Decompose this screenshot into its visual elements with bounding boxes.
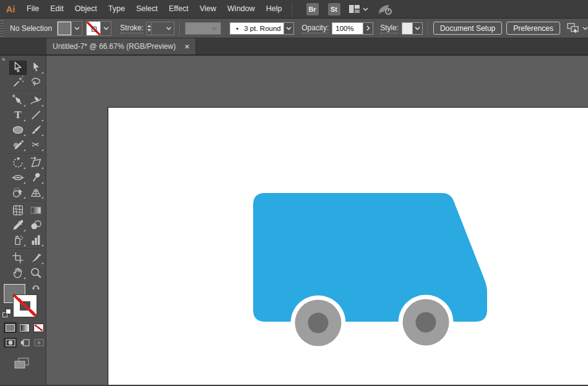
- fill-stroke-cluster: [1, 283, 45, 319]
- opacity-control[interactable]: 100%: [332, 22, 373, 35]
- menu-edit[interactable]: Edit: [45, 0, 69, 18]
- tool-artboard[interactable]: [9, 251, 27, 265]
- tab-close-icon[interactable]: ✕: [184, 43, 189, 50]
- stroke-label[interactable]: Stroke:: [120, 24, 144, 33]
- symbol-sprayer-icon: [11, 233, 25, 247]
- app-logo: Ai: [0, 4, 21, 14]
- menu-file[interactable]: File: [21, 0, 45, 18]
- tool-line-segment[interactable]: [27, 108, 45, 122]
- tool-puppet-warp[interactable]: [27, 171, 45, 185]
- none-diagonal: [14, 295, 37, 317]
- none-button[interactable]: [32, 322, 45, 333]
- draw-normal-button[interactable]: [4, 338, 17, 348]
- bridge-button[interactable]: Br: [306, 3, 319, 15]
- stock-button[interactable]: St: [328, 3, 340, 15]
- menu-help[interactable]: Help: [261, 0, 288, 18]
- tool-rotate[interactable]: [9, 156, 27, 170]
- menu-type[interactable]: Type: [103, 0, 131, 18]
- stroke-color-dropdown[interactable]: [86, 21, 111, 36]
- menu-effect[interactable]: Effect: [163, 0, 194, 18]
- color-button[interactable]: [4, 322, 17, 333]
- tool-perspective-grid[interactable]: [27, 186, 45, 200]
- gradient-button[interactable]: [18, 322, 31, 333]
- tool-direct-selection[interactable]: [27, 61, 45, 75]
- stroke-indicator[interactable]: [14, 295, 37, 317]
- document-setup-button[interactable]: Document Setup: [433, 22, 502, 35]
- width-tool-icon: [11, 171, 25, 184]
- tool-zoom[interactable]: [27, 266, 45, 280]
- stroke-none-swatch[interactable]: [87, 22, 100, 35]
- gpu-performance-icon: [377, 3, 393, 15]
- tool-mesh[interactable]: [9, 204, 27, 218]
- brush-chevron[interactable]: [284, 22, 294, 35]
- selection-preferences-menu[interactable]: [567, 23, 588, 33]
- stroke-weight-stepper[interactable]: [146, 22, 152, 35]
- tool-eyedropper[interactable]: [9, 218, 27, 233]
- chevron-down-icon: [103, 27, 109, 30]
- menu-select[interactable]: Select: [131, 0, 163, 18]
- tool-column-graph[interactable]: [27, 233, 45, 247]
- menu-window[interactable]: Window: [222, 0, 260, 18]
- default-fill-stroke-icon[interactable]: [2, 309, 11, 317]
- style-swatch[interactable]: [402, 22, 413, 35]
- tool-symbol-sprayer[interactable]: [9, 233, 27, 247]
- document-tab[interactable]: Untitled-7* @ 66.67% (RGB/Preview) ✕: [46, 38, 196, 54]
- hand-icon: [11, 266, 25, 280]
- menu-view[interactable]: View: [194, 0, 222, 18]
- screen-mode-icon: [14, 358, 30, 369]
- tool-hand[interactable]: [9, 266, 27, 280]
- slice-knife-icon: [29, 251, 43, 265]
- van-artwork[interactable]: [108, 108, 588, 385]
- van-wheel-right[interactable]: [399, 295, 454, 350]
- swap-fill-stroke-icon[interactable]: [32, 283, 40, 294]
- gpu-performance-button[interactable]: [377, 3, 393, 15]
- style-chevron[interactable]: [413, 22, 423, 35]
- stroke-chevron[interactable]: [100, 22, 111, 35]
- fill-swatch[interactable]: [58, 22, 71, 35]
- tool-scale[interactable]: [27, 156, 45, 170]
- tool-group-separator: [4, 201, 42, 202]
- screen-mode-button[interactable]: [14, 358, 46, 372]
- opacity-label[interactable]: Opacity:: [301, 24, 329, 33]
- tool-selection[interactable]: [9, 61, 27, 75]
- stepper-up-icon: [147, 25, 151, 27]
- tool-magic-wand[interactable]: [9, 75, 27, 90]
- selection-status: No Selection: [10, 24, 52, 33]
- tool-shape-builder[interactable]: [9, 186, 27, 200]
- preferences-button[interactable]: Preferences: [506, 22, 560, 35]
- workspace-switcher[interactable]: [349, 5, 368, 13]
- tool-shaper[interactable]: [9, 138, 27, 152]
- panel-grip[interactable]: [1, 20, 4, 36]
- van-body[interactable]: [253, 193, 487, 322]
- brush-definition-dropdown[interactable]: • 3 pt. Round: [230, 22, 294, 35]
- tool-paintbrush[interactable]: [27, 123, 45, 137]
- menu-object[interactable]: Object: [69, 0, 103, 18]
- opacity-menu-button[interactable]: [363, 22, 373, 35]
- tool-curvature[interactable]: [27, 93, 45, 108]
- fill-chevron[interactable]: [71, 22, 82, 35]
- mesh-icon: [11, 204, 25, 217]
- tool-scissors[interactable]: ✂: [27, 138, 45, 152]
- tool-pen[interactable]: [9, 93, 27, 108]
- canvas-pasteboard[interactable]: [46, 56, 588, 385]
- tool-blend[interactable]: [27, 218, 45, 233]
- magic-wand-icon: [11, 75, 25, 89]
- tool-type[interactable]: T: [9, 108, 27, 122]
- paintbrush-icon: [29, 123, 43, 137]
- width-profile-dropdown: [185, 22, 222, 35]
- chevron-right-icon: [366, 25, 370, 31]
- fill-color-dropdown[interactable]: [57, 21, 82, 36]
- tool-slice[interactable]: [27, 251, 45, 265]
- tool-ellipse[interactable]: [9, 123, 27, 137]
- style-label[interactable]: Style:: [380, 24, 399, 33]
- tool-width[interactable]: [9, 171, 27, 185]
- stroke-weight-field[interactable]: [152, 22, 175, 35]
- tool-lasso[interactable]: [27, 75, 45, 90]
- style-dropdown[interactable]: [402, 22, 423, 35]
- collapse-panel-icon[interactable]: «: [2, 56, 5, 62]
- draw-behind-button[interactable]: [18, 338, 31, 348]
- artboard[interactable]: [108, 107, 588, 385]
- tool-gradient[interactable]: [27, 204, 45, 218]
- ellipse-icon: [11, 123, 25, 137]
- van-wheel-left[interactable]: [291, 296, 346, 351]
